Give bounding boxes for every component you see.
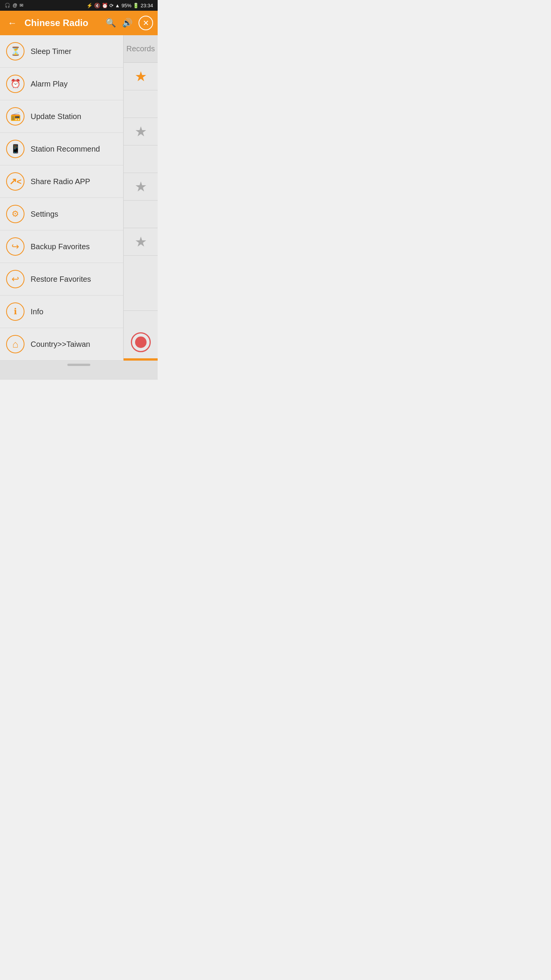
menu-item-info[interactable]: Info xyxy=(0,296,123,328)
back-button[interactable]: ← xyxy=(5,15,20,31)
alarm-status-icon: ⏰ xyxy=(102,3,108,8)
star-row-4[interactable]: ★ xyxy=(124,228,158,256)
star-row-empty-2 xyxy=(124,145,158,173)
status-bar: 🎧 @ ✉ ⚡ 🔇 ⏰ ⟳ ▲ 95% 🔋 23:34 xyxy=(0,0,158,11)
spacer xyxy=(124,256,158,311)
alarm-play-icon xyxy=(6,75,24,93)
star-empty-icon-3[interactable]: ★ xyxy=(135,234,147,250)
menu-item-settings[interactable]: Settings xyxy=(0,198,123,230)
sleep-timer-label: Sleep Timer xyxy=(31,47,72,56)
star-row-2[interactable]: ★ xyxy=(124,118,158,145)
share-icon: < xyxy=(9,176,22,187)
menu-item-share-radio[interactable]: < Share Radio APP xyxy=(0,165,123,198)
update-station-label: Update Station xyxy=(31,112,81,121)
alarm-play-label: Alarm Play xyxy=(31,80,68,88)
main-content: Sleep Timer Alarm Play Update Station St… xyxy=(0,35,158,361)
page-title: Chinese Radio xyxy=(24,18,101,28)
wifi-icon: ⟳ xyxy=(109,3,114,8)
update-station-icon xyxy=(6,107,24,126)
country-taiwan-label: Country>>Taiwan xyxy=(31,340,90,349)
share-radio-label: Share Radio APP xyxy=(31,177,90,186)
station-recommend-label: Station Recommend xyxy=(31,145,100,154)
header-actions: 🔍 🔊 ✕ xyxy=(106,16,153,30)
search-button[interactable]: 🔍 xyxy=(106,18,116,28)
gear-icon xyxy=(11,209,19,219)
station-icon xyxy=(10,144,21,154)
close-button[interactable]: ✕ xyxy=(139,16,153,30)
star-row-empty-3 xyxy=(124,201,158,228)
star-row-empty-1 xyxy=(124,90,158,118)
bottom-area xyxy=(0,361,158,380)
menu-item-backup-favorites[interactable]: Backup Favorites xyxy=(0,230,123,263)
radio-icon xyxy=(10,111,21,121)
menu-item-update-station[interactable]: Update Station xyxy=(0,100,123,133)
alarm-icon xyxy=(10,79,21,89)
menu-list: Sleep Timer Alarm Play Update Station St… xyxy=(0,35,123,361)
menu-item-station-recommend[interactable]: Station Recommend xyxy=(0,133,123,165)
close-icon: ✕ xyxy=(143,18,149,28)
header: ← Chinese Radio 🔍 🔊 ✕ xyxy=(0,11,158,35)
info-icon xyxy=(6,302,24,321)
star-empty-icon-2[interactable]: ★ xyxy=(135,179,147,195)
menu-item-alarm-play[interactable]: Alarm Play xyxy=(0,68,123,100)
battery-text: 95% xyxy=(121,3,131,8)
restore-icon xyxy=(11,274,19,284)
sleep-timer-icon xyxy=(6,42,24,60)
share-radio-icon: < xyxy=(6,172,24,191)
records-label[interactable]: Records xyxy=(124,35,158,63)
mute-icon: 🔇 xyxy=(94,3,100,8)
orange-accent-bar xyxy=(124,358,158,361)
star-row-3[interactable]: ★ xyxy=(124,173,158,201)
menu-item-country-taiwan[interactable]: Country>>Taiwan xyxy=(0,328,123,361)
star-empty-icon-1[interactable]: ★ xyxy=(135,124,147,140)
signal-icon: ▲ xyxy=(115,3,120,8)
info-label: Info xyxy=(31,307,43,316)
status-right-info: ⚡ 🔇 ⏰ ⟳ ▲ 95% 🔋 23:34 xyxy=(86,3,153,8)
backup-favorites-label: Backup Favorites xyxy=(31,242,90,251)
settings-label: Settings xyxy=(31,210,58,219)
hourglass-icon xyxy=(10,46,21,56)
info-glyph-icon xyxy=(14,307,17,317)
menu-item-restore-favorites[interactable]: Restore Favorites xyxy=(0,263,123,296)
status-left-icons: 🎧 @ ✉ xyxy=(5,3,23,8)
record-button-area xyxy=(124,311,158,358)
country-taiwan-icon xyxy=(6,335,24,353)
station-recommend-icon xyxy=(6,140,24,158)
backup-icon xyxy=(11,241,19,252)
right-panel: Records ★ ★ ★ ★ xyxy=(123,35,158,361)
record-button[interactable] xyxy=(131,332,151,352)
volume-button[interactable]: 🔊 xyxy=(122,18,132,28)
bluetooth-icon: ⚡ xyxy=(86,3,93,8)
time-text: 23:34 xyxy=(140,3,153,8)
home-icon xyxy=(12,338,18,350)
mail-icon: ✉ xyxy=(20,3,23,8)
star-filled-icon[interactable]: ★ xyxy=(135,69,147,85)
at-icon: @ xyxy=(13,3,17,8)
restore-favorites-label: Restore Favorites xyxy=(31,275,91,284)
menu-item-sleep-timer[interactable]: Sleep Timer xyxy=(0,35,123,68)
record-dot xyxy=(135,336,147,348)
star-row-1[interactable]: ★ xyxy=(124,63,158,90)
headphone-icon: 🎧 xyxy=(5,3,10,8)
settings-icon xyxy=(6,205,24,223)
bottom-handle xyxy=(67,364,90,366)
restore-favorites-icon xyxy=(6,270,24,288)
backup-favorites-icon xyxy=(6,237,24,256)
battery-icon: 🔋 xyxy=(133,3,139,8)
